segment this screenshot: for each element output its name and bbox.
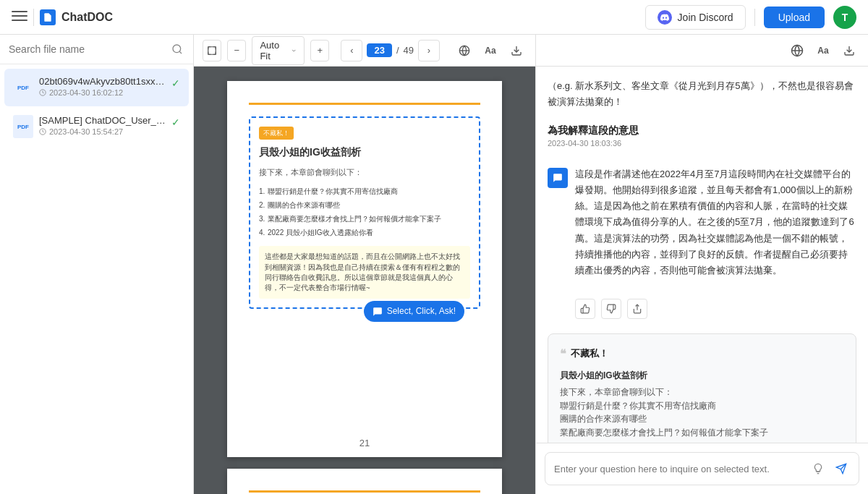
page-top-line	[249, 103, 480, 105]
sidebar-toggle-button[interactable]	[12, 11, 27, 24]
upload-button[interactable]: Upload	[764, 7, 825, 28]
svg-point-0	[173, 45, 181, 53]
auto-fit-label: Auto Fit	[260, 40, 287, 61]
pdf-page-22: 聯盟行銷是什麼？ 你其實不用寄信找廠商 如果你經營不錯：網站、IG、讀書社團、L…	[227, 469, 502, 494]
file-sidebar: PDF 02bt069v4wAkyvzb80tt1sxx1... 2023-04…	[0, 35, 194, 494]
user-avatar[interactable]: T	[833, 6, 856, 29]
page-separator: /	[396, 45, 399, 56]
discord-icon	[658, 10, 672, 25]
header-divider	[33, 9, 34, 26]
pdf-toolbar: − Auto Fit + ‹ 23 / 49 › Aa	[194, 35, 535, 67]
file-info: [SAMPLE] ChatDOC_User_G... 2023-04-30 15…	[39, 115, 166, 136]
file-pdf-icon: PDF	[13, 76, 33, 99]
page21-tag: 不藏私！	[259, 127, 294, 140]
chat-toolbar: Aa	[536, 35, 868, 67]
citation-text: 接下來，本章節會聊到以下： 聯盟行銷是什麼？你其實不用寄信找廠商 團購的合作來源…	[560, 386, 844, 439]
page-navigation: ‹ 23 / 49 ›	[341, 40, 440, 61]
zoom-out-button[interactable]: −	[227, 40, 246, 61]
page21-body-text: 這些都是大家最想知道的話題，而且在公開網路上也不太好找到相關資源！因為我也是自己…	[259, 246, 470, 299]
font-size-icon[interactable]: Aa	[480, 41, 501, 61]
select-click-ask-button[interactable]: Select, Click, Ask!	[364, 301, 464, 322]
prev-page-button[interactable]: ‹	[341, 40, 362, 61]
app-header: ChatDOC Join Discord Upload T	[0, 0, 868, 35]
zoom-in-button[interactable]: +	[310, 40, 329, 61]
file-date: 2023-04-30 16:02:12	[39, 88, 166, 97]
chat-input-area	[536, 443, 868, 494]
pdf-page-21: 不藏私！ 貝殼小姐的IG收益剖析 接下來，本章節會聊到以下： 聯盟行銷是什麼？你…	[227, 81, 502, 457]
search-icon[interactable]	[170, 42, 184, 56]
citation-subtitle: 貝殼小姐的IG收益剖析	[560, 368, 844, 383]
discord-label: Join Discord	[678, 12, 733, 23]
citation-title-text: 不藏私！	[571, 346, 608, 362]
file-check-icon: ✓	[171, 77, 180, 89]
total-pages: 49	[404, 45, 414, 56]
chat-messages: （e.g. 新水系列文、客坐文章《從月光到月存5萬》），不然也是很容易會被演算法…	[536, 67, 868, 443]
list-item[interactable]: PDF [SAMPLE] ChatDOC_User_G... 2023-04-3…	[4, 108, 189, 145]
citation-box: ❝ 不藏私！ 貝殼小姐的IG收益剖析 接下來，本章節會聊到以下： 聯盟行銷是什麼…	[548, 333, 856, 443]
list-item: 業配廠商要怎麼樣才會找上門？如何報價才能拿下案子	[259, 213, 470, 225]
language-icon[interactable]	[454, 41, 475, 61]
list-item: 2022 貝殼小姐IG收入透露給你看	[259, 227, 470, 239]
lightbulb-icon[interactable]	[809, 460, 827, 477]
chat-feedback-area	[548, 299, 856, 319]
pdf-viewer-area: − Auto Fit + ‹ 23 / 49 › Aa	[194, 35, 535, 494]
chat-query-date: 2023-04-30 18:03:36	[548, 139, 856, 148]
citation-section: ❝ 不藏私！ 貝殼小姐的IG收益剖析 接下來，本章節會聊到以下： 聯盟行銷是什麼…	[548, 333, 856, 443]
chat-response-text: 這段是作者講述他在2022年4月至7月這段時間內在社交媒體平台的爆發期。他開始得…	[575, 166, 856, 281]
chat-message-initial: （e.g. 新水系列文、客坐文章《從月光到月存5萬》），不然也是很容易會被演算法…	[548, 78, 856, 113]
send-button[interactable]	[833, 460, 850, 477]
logo-area: ChatDOC	[12, 9, 113, 26]
citation-quote-icon: ❝	[560, 344, 566, 364]
next-page-button[interactable]: ›	[418, 40, 440, 61]
file-pdf-icon: PDF	[13, 115, 33, 138]
app-logo-icon	[40, 9, 56, 25]
svg-line-1	[179, 51, 182, 54]
file-info: 02bt069v4wAkyvzb80tt1sxx1... 2023-04-30 …	[39, 76, 166, 97]
chat-query-title: 為我解釋這段的意思	[548, 124, 856, 137]
thumbs-up-button[interactable]	[575, 299, 595, 319]
page-number-21: 21	[359, 438, 370, 448]
page21-subtitle: 接下來，本章節會聊到以下：	[259, 166, 470, 179]
share-button[interactable]	[627, 299, 647, 319]
pdf-content: 不藏私！ 貝殼小姐的IG收益剖析 接下來，本章節會聊到以下： 聯盟行銷是什麼？你…	[194, 67, 535, 494]
chat-response-row: 這段是作者講述他在2022年4月至7月這段時間內在社交媒體平台的爆發期。他開始得…	[548, 166, 856, 281]
fit-page-button[interactable]	[203, 40, 221, 61]
header-divider2	[754, 9, 755, 26]
chat-query-section: 為我解釋這段的意思 2023-04-30 18:03:36	[548, 124, 856, 155]
page21-content: 不藏私！ 貝殼小姐的IG收益剖析 接下來，本章節會聊到以下： 聯盟行銷是什麼？你…	[249, 116, 480, 309]
chat-input[interactable]	[554, 464, 804, 474]
list-item: 團購的合作來源有哪些	[259, 200, 470, 211]
chat-input-box	[545, 452, 859, 485]
current-page-number: 23	[367, 43, 391, 57]
discord-button[interactable]: Join Discord	[645, 5, 746, 30]
svg-rect-4	[208, 46, 216, 54]
sidebar-search-area	[0, 35, 193, 64]
app-title: ChatDOC	[61, 11, 113, 24]
page21-list: 聯盟行銷是什麼？你其實不用寄信找廠商 團購的合作來源有哪些 業配廠商要怎麼樣才會…	[259, 186, 470, 239]
list-item[interactable]: PDF 02bt069v4wAkyvzb80tt1sxx1... 2023-04…	[4, 69, 189, 106]
toolbar-right-icons: Aa	[454, 41, 527, 61]
file-check-icon: ✓	[171, 116, 180, 128]
auto-fit-dropdown[interactable]: Auto Fit	[252, 36, 305, 65]
globe-icon[interactable]	[787, 41, 807, 61]
chat-initial-text: （e.g. 新水系列文、客坐文章《從月光到月存5萬》），不然也是很容易會被演算法…	[548, 78, 856, 110]
file-name: 02bt069v4wAkyvzb80tt1sxx1...	[39, 76, 166, 87]
page-top-line	[249, 490, 480, 493]
page21-highlight-box: 不藏私！ 貝殼小姐的IG收益剖析 接下來，本章節會聊到以下： 聯盟行銷是什麼？你…	[249, 116, 480, 309]
main-layout: PDF 02bt069v4wAkyvzb80tt1sxx1... 2023-04…	[0, 35, 868, 494]
ai-avatar-icon	[548, 168, 568, 188]
download-chat-icon[interactable]	[839, 41, 859, 61]
select-click-ask-label: Select, Click, Ask!	[387, 305, 456, 318]
download-icon[interactable]	[506, 41, 527, 61]
file-date: 2023-04-30 15:54:27	[39, 127, 166, 136]
font-size-toggle-icon[interactable]: Aa	[813, 41, 833, 61]
file-name: [SAMPLE] ChatDOC_User_G...	[39, 115, 166, 126]
search-input[interactable]	[9, 43, 164, 55]
page21-title: 貝殼小姐的IG收益剖析	[259, 144, 470, 160]
thumbs-down-button[interactable]	[601, 299, 621, 319]
file-list: PDF 02bt069v4wAkyvzb80tt1sxx1... 2023-04…	[0, 64, 193, 494]
chat-panel: Aa （e.g. 新水系列文、客坐文章《從月光到月存5萬》），不然也是很容易會被…	[535, 35, 868, 494]
list-item: 聯盟行銷是什麼？你其實不用寄信找廠商	[259, 186, 470, 197]
chat-response-content: 這段是作者講述他在2022年4月至7月這段時間內在社交媒體平台的爆發期。他開始得…	[575, 166, 856, 278]
citation-title: ❝ 不藏私！	[560, 344, 844, 364]
